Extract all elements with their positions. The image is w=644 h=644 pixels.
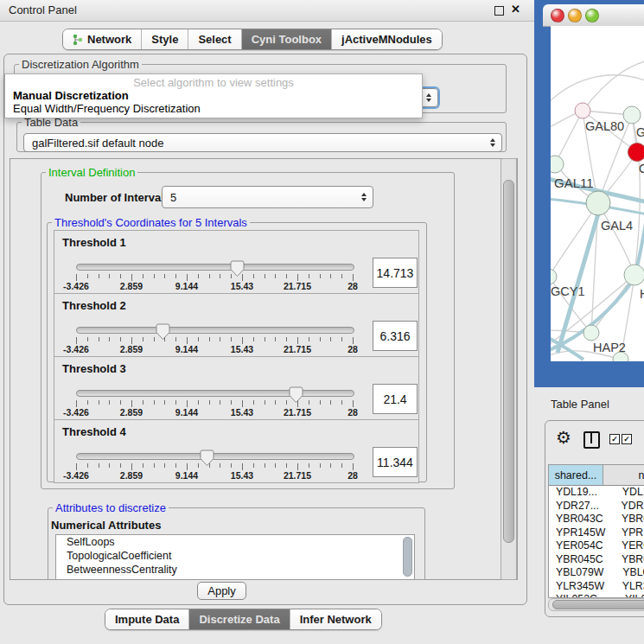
threshold-value-field[interactable]: 21.4 <box>373 384 418 414</box>
slider-tick-label: 21.715 <box>284 281 311 291</box>
slider-tick-label: 2.859 <box>120 344 143 354</box>
table-hscrollbar[interactable] <box>548 598 644 611</box>
tab-label: jActiveMNodules <box>341 33 432 46</box>
network-node[interactable] <box>628 143 644 162</box>
tab-label: Infer Network <box>300 613 372 626</box>
network-node-label: GA <box>636 125 644 139</box>
slider-tick-label: 21.715 <box>284 407 311 418</box>
threshold-value-field[interactable]: 6.316 <box>373 321 418 351</box>
popup-option[interactable]: Equal Width/Frequency Discretization <box>5 102 422 115</box>
attribute-list-item[interactable]: TopologicalCoefficient <box>56 549 414 563</box>
numerical-attributes-list[interactable]: SelfLoopsTopologicalCoefficientBetweenne… <box>55 534 415 580</box>
table-cell: YDR27... <box>549 500 606 513</box>
tab-impute-data[interactable]: Impute Data <box>105 609 189 629</box>
threshold-slider-track[interactable] <box>76 390 354 397</box>
tab-label: Impute Data <box>115 613 179 626</box>
table-header-row: shared...na <box>549 465 644 486</box>
table-header-cell[interactable]: na <box>603 465 644 485</box>
attribute-list-item[interactable]: BetweennessCentrality <box>56 563 414 577</box>
apply-button[interactable]: Apply <box>197 582 246 600</box>
table-cell: YDL19... <box>549 486 607 500</box>
slider-tick-label: 15.43 <box>231 470 253 481</box>
node-table[interactable]: shared...naYDL19...YDL1YDR27...YDR2YBR04… <box>548 464 644 598</box>
threshold-value-field[interactable]: 14.713 <box>373 258 418 288</box>
zoom-traffic-light-icon[interactable] <box>585 9 599 22</box>
network-node[interactable] <box>623 106 641 124</box>
table-row[interactable]: YPR145WYPR1 <box>549 526 644 540</box>
slider-tick-label: -3.426 <box>63 470 89 481</box>
threshold-panel: Threshold 2-3.4262.8599.14415.4321.71528… <box>54 293 419 357</box>
threshold-slider-track[interactable] <box>76 453 354 460</box>
stepper-arrows-icon <box>426 93 437 102</box>
tab-select[interactable]: Select <box>188 29 241 49</box>
tab-style[interactable]: Style <box>142 29 188 49</box>
network-node-label: GCY1 <box>551 284 585 298</box>
slider-tick-label: 21.715 <box>284 344 311 354</box>
table-row[interactable]: YER054CYER0 <box>549 539 644 553</box>
table-row[interactable]: YDR27...YDR2 <box>549 500 644 513</box>
network-node-label: HAP2 <box>593 341 626 354</box>
num-intervals-combobox[interactable]: 5 <box>162 186 373 208</box>
top-tab-bar: NetworkStyleSelectCyni ToolboxjActiveMNo… <box>62 29 443 50</box>
columns-icon[interactable] <box>583 431 600 449</box>
table-row[interactable]: YBL079WYBL0 <box>549 566 644 580</box>
tab-jactivemnodules[interactable]: jActiveMNodules <box>332 29 442 49</box>
tab-discretize-data[interactable]: Discretize Data <box>189 609 290 629</box>
network-window: GAL80GACGAL11GAL4GCY1HHAP2 <box>534 0 644 387</box>
settings-scroll-area[interactable]: Interval Definition Number of Intervals … <box>10 158 518 580</box>
threshold-slider-track[interactable] <box>76 264 354 271</box>
table-cell: YLR3 <box>607 580 644 594</box>
table-cell: YER0 <box>606 539 644 553</box>
threshold-label: Threshold 4 <box>62 425 126 438</box>
network-node[interactable] <box>551 156 564 173</box>
tab-infer-network[interactable]: Infer Network <box>290 609 381 629</box>
settings-scrollbar-thumb[interactable] <box>503 180 514 543</box>
popup-option[interactable]: Manual Discretization <box>5 89 422 102</box>
table-row[interactable]: YBR043CYBR0 <box>549 513 644 526</box>
threshold-panel: Threshold 3-3.4262.8599.14415.4321.71528… <box>54 356 419 420</box>
tab-cyni-toolbox[interactable]: Cyni Toolbox <box>242 29 332 49</box>
slider-tick-label: 2.859 <box>120 407 143 418</box>
attribute-list-item[interactable]: SelfLoops <box>56 535 414 549</box>
table-hscrollbar-thumb[interactable] <box>552 600 644 609</box>
stepper-arrows-icon <box>361 193 373 201</box>
table-row[interactable]: YBR045CYBR0 <box>549 553 644 567</box>
table-cell: YBL0 <box>607 566 644 580</box>
tab-label: Discretize Data <box>199 613 279 626</box>
minimize-traffic-light-icon[interactable] <box>568 9 582 22</box>
tab-label: Style <box>151 33 178 46</box>
network-node[interactable] <box>551 269 557 284</box>
table-row[interactable]: YLR345WYLR3 <box>549 580 644 594</box>
network-canvas[interactable]: GAL80GACGAL11GAL4GCY1HHAP2 <box>551 26 644 361</box>
slider-tick-label: 9.144 <box>175 407 198 418</box>
table-row[interactable]: YDL19...YDL1 <box>549 486 644 500</box>
network-node[interactable] <box>583 325 599 341</box>
slider-tick-label: 28 <box>348 407 358 418</box>
network-tree-icon <box>73 34 83 46</box>
attributes-list-scrollbar[interactable] <box>403 537 412 577</box>
settings-scrollbar[interactable] <box>501 158 517 580</box>
gear-icon[interactable]: ⚙ <box>556 427 571 448</box>
slider-tick-label: -3.426 <box>63 407 89 418</box>
table-cell: YBR043C <box>549 513 606 526</box>
table-cell: YDL1 <box>607 486 644 500</box>
close-icon[interactable]: ✕ <box>511 3 520 16</box>
checkbox-checked-icon[interactable]: ✓ <box>609 434 620 444</box>
threshold-slider-track[interactable] <box>76 327 354 334</box>
close-traffic-light-icon[interactable] <box>551 9 564 22</box>
network-node-label: H <box>640 287 644 301</box>
threshold-label: Threshold 3 <box>62 362 126 375</box>
slider-tick-label: -3.426 <box>63 281 89 291</box>
network-node[interactable] <box>575 103 590 118</box>
table-panel: ⚙ ✓ ✓ shared...naYDL19...YDL1YDR27...YDR… <box>545 420 644 617</box>
tab-network[interactable]: Network <box>63 29 142 49</box>
network-node[interactable] <box>624 265 644 285</box>
slider-tick-label: 2.859 <box>120 470 143 481</box>
threshold-value-field[interactable]: 11.344 <box>373 447 418 477</box>
float-window-icon[interactable] <box>494 6 504 16</box>
slider-tick-label: 9.144 <box>175 470 198 481</box>
table-header-cell[interactable]: shared... <box>549 465 603 485</box>
table-data-combobox[interactable]: galFiltered.sif default node <box>23 133 502 152</box>
checkbox-checked-icon[interactable]: ✓ <box>622 434 632 444</box>
network-node[interactable] <box>586 191 610 215</box>
